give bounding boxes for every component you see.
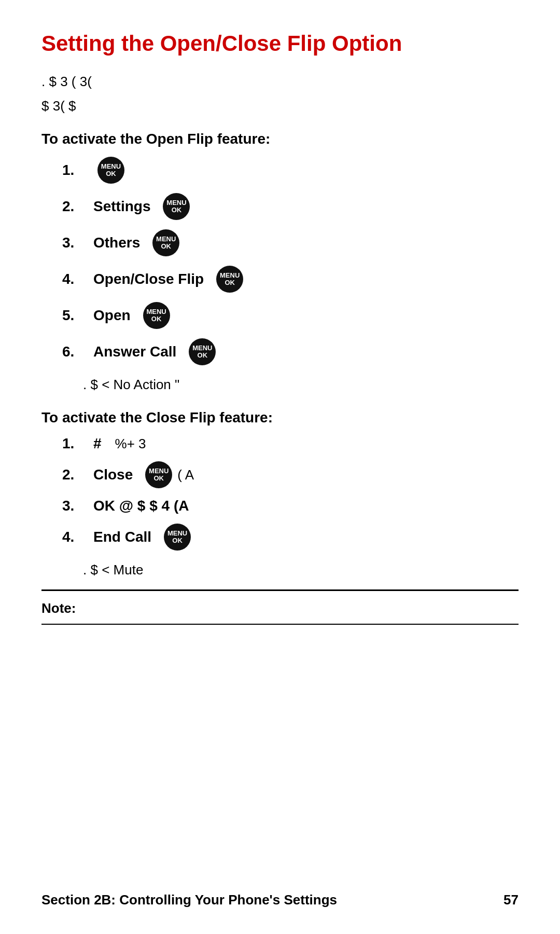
step-number: 2. [62,466,93,483]
step-label: Settings [93,198,150,215]
step-number: 6. [62,344,93,360]
intro-line-2: $ 3( $ [41,96,519,116]
footer-page-number: 57 [503,892,519,908]
step-label: OK @ $ $ 4 (A [93,498,189,514]
step-extra: ( A [177,467,194,483]
step-number: 3. [62,235,93,251]
step-extra: %+ 3 [115,436,146,452]
open-step-1: 1. MENUOK [62,157,519,184]
footer-section-label: Section 2B: Controlling Your Phone's Set… [41,892,337,908]
step-label: End Call [93,529,151,545]
close-flip-note: . $ < Mute [83,560,519,580]
open-step-3: 3. Others MENUOK [62,229,519,256]
open-step-4: 4. Open/Close Flip MENUOK [62,266,519,293]
step-label: Answer Call [93,344,176,360]
step-number: 5. [62,307,93,324]
page-footer: Section 2B: Controlling Your Phone's Set… [41,892,519,908]
page-title: Setting the Open/Close Flip Option [41,31,519,56]
step-number: 4. [62,271,93,287]
menu-ok-button-5: MENUOK [143,302,170,329]
menu-ok-button-3: MENUOK [152,229,179,256]
step-label: Open/Close Flip [93,271,204,287]
step-label: # [93,435,102,452]
note-section: Note: [41,598,519,619]
step-number: 4. [62,529,93,545]
divider-bottom [41,624,519,625]
menu-ok-button-1: MENUOK [97,157,124,184]
close-step-4: 4. End Call MENUOK [62,524,519,551]
close-step-2: 2. Close MENUOK ( A [62,461,519,488]
step-label: Open [93,307,131,324]
step-number: 1. [62,435,93,452]
step-label: Others [93,235,140,251]
menu-ok-button-4: MENUOK [216,266,243,293]
step-number: 2. [62,198,93,215]
divider-top [41,589,519,591]
intro-line-1: . $ 3 ( 3( [41,72,519,92]
close-flip-heading: To activate the Close Flip feature: [41,409,519,426]
menu-ok-button-2: MENUOK [163,193,190,220]
step-number: 1. [62,162,93,178]
open-step-2: 2. Settings MENUOK [62,193,519,220]
menu-ok-button-7: MENUOK [145,461,172,488]
menu-ok-button-8: MENUOK [164,524,191,551]
open-flip-steps: 1. MENUOK 2. Settings MENUOK 3. Others M… [62,157,519,365]
open-flip-heading: To activate the Open Flip feature: [41,131,519,147]
close-step-3: 3. OK @ $ $ 4 (A [62,498,519,514]
note-label: Note: [41,600,76,616]
open-flip-note: . $ < No Action " [83,375,519,395]
step-label: Close [93,466,133,483]
menu-ok-button-6: MENUOK [189,338,216,365]
open-step-5: 5. Open MENUOK [62,302,519,329]
close-step-1: 1. # %+ 3 [62,435,519,452]
step-number: 3. [62,498,93,514]
open-step-6: 6. Answer Call MENUOK [62,338,519,365]
close-flip-steps: 1. # %+ 3 2. Close MENUOK ( A 3. OK @ $ … [62,435,519,551]
